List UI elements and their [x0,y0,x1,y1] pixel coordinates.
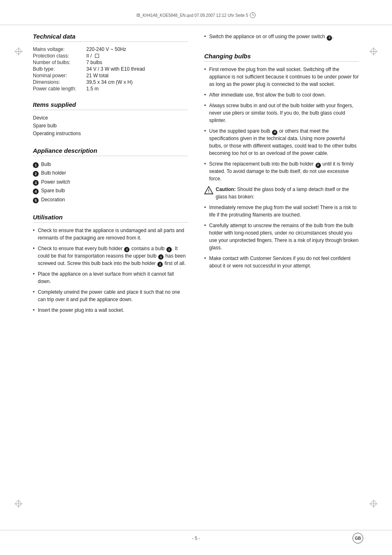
right-column: Switch the appliance on or off using the… [204,33,359,522]
list-item: Operating instructions [33,130,188,138]
changing-bulbs-list: First remove the plug from the wall sock… [204,66,359,182]
tech-value: 1.5 m [86,85,188,92]
crosshair-bottom-right [369,500,378,508]
items-supplied-section: Items supplied Device Spare bulb Operati… [33,101,188,138]
table-row: Mains voltage: 220-240 V ~ 50Hz [33,46,188,53]
num-badge-5: 5 [33,198,39,203]
appliance-item-text: Bulb holder [41,169,66,178]
svg-text:!: ! [208,189,210,193]
technical-data-section: Technical data Mains voltage: 220-240 V … [33,33,188,92]
list-item: Device [33,114,188,122]
crosshair-circle [371,48,376,54]
tech-label: Nominal power: [33,72,86,79]
tech-label: Power cable length: [33,85,86,92]
table-row: Protection class: II / [33,53,188,59]
inline-num-3: 3 [327,35,332,41]
table-row: Dimensions: 39,5 x 34 cm (W x H) [33,79,188,85]
list-item: 1 Bulb [33,160,188,169]
items-supplied-title: Items supplied [33,101,188,110]
inline-num-2c: 2 [316,163,321,168]
utilisation-title: Utilisation [33,214,188,223]
crosshair-circle [16,501,21,507]
appliance-list: 1 Bulb 2 Bulb holder 3 Power switch 4 Sp… [33,160,188,205]
crosshair-circle [16,48,21,54]
tech-label: Dimensions: [33,79,86,85]
list-item: Make contact with Customer Services if y… [204,255,359,269]
crosshair-bottom-left [14,500,23,508]
content-area: Technical data Mains voltage: 220-240 V … [33,33,359,522]
num-badge-1: 1 [33,162,39,168]
utilisation-continued-section: Switch the appliance on or off using the… [204,33,359,44]
caution-title: Caution: [216,187,237,192]
list-item: Immediately remove the plug from the wal… [204,204,359,219]
caution-bullet-list: Immediately remove the plug from the wal… [204,204,359,269]
tech-value: 7 bulbs [86,59,188,66]
crosshair-circle [371,501,376,507]
technical-data-table: Mains voltage: 220-240 V ~ 50Hz Protecti… [33,46,188,92]
num-badge-3: 3 [33,180,39,186]
tech-label: Bulb type: [33,66,86,72]
warning-triangle-svg: ! [204,186,213,194]
num-badge-4: 4 [33,189,39,194]
list-item: 4 Spare bulb [33,187,188,196]
utilisation-section: Utilisation Check to ensure that the app… [33,214,188,317]
header-stamp: IB_KH4148_KOE5848_EN.qxd 07.09.2007 12:1… [136,12,256,18]
tech-value: II / [86,53,188,59]
appliance-item-text: Decoration [41,196,65,205]
utilisation-continued-list: Switch the appliance on or off using the… [204,33,359,40]
list-item: Spare bulb [33,122,188,130]
page-wrapper: IB_KH4148_KOE5848_EN.qxd 07.09.2007 12:1… [0,0,392,555]
top-border-line [0,25,392,25]
appliance-item-text: Bulb [41,160,51,169]
list-item: Place the appliance on a level surface f… [33,270,188,285]
inline-num-1b: 1 [158,254,164,260]
list-item: Screw the replacement bulb into the bulb… [204,160,359,182]
clock-icon [250,12,256,18]
tech-label: Protection class: [33,53,86,59]
technical-data-title: Technical data [33,33,188,42]
appliance-item-text: Spare bulb [41,187,65,196]
list-item: After immediate use, first allow the bul… [204,91,359,99]
list-item: Check to ensure that the appliance is un… [33,227,188,242]
list-item: Check to ensure that every bulb holder 2… [33,245,188,267]
tech-value: 39,5 x 34 cm (W x H) [86,79,188,85]
list-item: Always screw bulbs in and out of the bul… [204,102,359,124]
appliance-description-title: Appliance description [33,147,188,156]
changing-bulbs-section: Changing bulbs First remove the plug fro… [204,53,359,273]
utilisation-bullet-list: Check to ensure that the appliance is un… [33,227,188,314]
protection-box [95,54,99,58]
num-badge-2: 2 [33,171,39,177]
inline-num-2b: 2 [157,262,163,267]
caution-triangle-icon: ! [204,186,212,193]
left-column: Technical data Mains voltage: 220-240 V … [33,33,188,522]
inline-num-2: 2 [124,247,129,252]
tech-label: Mains voltage: [33,46,86,53]
stamp-text: IB_KH4148_KOE5848_EN.qxd 07.09.2007 12:1… [136,13,248,18]
caution-text-block: Caution: Should the glass body of a lamp… [216,186,359,200]
list-item: First remove the plug from the wall sock… [204,66,359,88]
changing-bulbs-title: Changing bulbs [204,53,359,62]
bottom-border-line [0,530,392,530]
list-item: 3 Power switch [33,178,188,187]
table-row: Bulb type: 34 V / 3 W with E10 thread [33,66,188,72]
list-item: Use the supplied spare bulb 4 or others … [204,127,359,157]
list-item: 5 Decoration [33,196,188,205]
crosshair-top-right [369,47,378,55]
tech-value: 34 V / 3 W with E10 thread [86,66,188,72]
tech-value: 21 W total [86,72,188,79]
crosshair-top-left [14,47,23,55]
inline-num-1: 1 [166,247,172,252]
table-row: Power cable length: 1.5 m [33,85,188,92]
table-row: Nominal power: 21 W total [33,72,188,79]
tech-label: Number of bulbs: [33,59,86,66]
appliance-item-text: Power switch [41,178,70,187]
footer-page-number: - 5 - [192,536,200,541]
list-item: Carefully attempt to unscrew the remains… [204,222,359,251]
caution-block: ! Caution: Should the glass body of a la… [204,186,359,200]
table-row: Number of bulbs: 7 bulbs [33,59,188,66]
protection-class: II / [86,53,99,59]
list-item: Switch the appliance on or off using the… [204,33,359,40]
list-item: 2 Bulb holder [33,169,188,178]
items-list: Device Spare bulb Operating instructions [33,114,188,138]
appliance-description-section: Appliance description 1 Bulb 2 Bulb hold… [33,147,188,205]
